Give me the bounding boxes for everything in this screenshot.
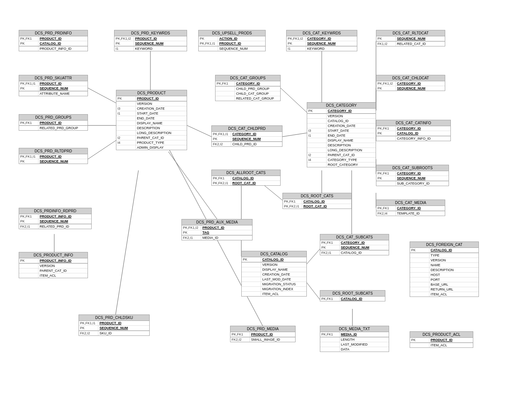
table-dcs_cat_groups: DCS_CAT_GROUPSPK,FK1CATEGORY_IDCHILD_PRD… xyxy=(215,75,281,101)
row-key xyxy=(320,342,340,347)
row-field: PRODUCT_ID xyxy=(39,81,88,86)
row-field: PRODUCT_ID xyxy=(429,338,473,342)
row-key: PK xyxy=(19,219,39,224)
row-field: CATALOG_ID xyxy=(231,176,280,180)
row-field: CATEGORY_ID xyxy=(396,81,445,86)
row-key: PK xyxy=(79,326,98,330)
table-row: PKSEQUENCE_NUM xyxy=(79,326,149,331)
table-row: DATA xyxy=(320,347,389,352)
table-row: RELATED_PRD_GROUP xyxy=(19,125,88,130)
row-field: CREATION_DATE xyxy=(136,106,187,111)
table-dcs_cat_subcats: DCS_CAT_SUBCATSPK,FK1CATEGORY_IDPKSEQUEN… xyxy=(320,234,389,255)
table-title-dcs_prd_media: DCS_PRD_MEDIA xyxy=(230,326,295,332)
table-row: PK,FK1CATALOG_ID xyxy=(320,297,385,301)
table-row: PK,FK1,I2CATEGORY_ID xyxy=(376,81,445,86)
row-field: CATALOG_ID xyxy=(327,119,376,123)
table-row: FK2,I2SKU_ID xyxy=(79,331,149,335)
row-field: DISPLAY_NAME xyxy=(327,138,376,143)
table-dcs_product_acl: DCS_PRODUCT_ACLPKPRODUCT_IDITEM_ACL xyxy=(410,331,473,348)
table-dcs_cat_subroots: DCS_CAT_SUBROOTSPK,FK1CATEGORY_IDPKSEQUE… xyxy=(376,165,449,186)
row-field: SEQUENCE_NUM xyxy=(231,137,282,141)
row-key xyxy=(376,181,396,186)
table-title-dcs_cat_groups: DCS_CAT_GROUPS xyxy=(215,75,280,81)
table-dcs_media_txt: DCS_MEDIA_TXTPK,FK1MEDIA_IDLENGTHLAST_MO… xyxy=(320,326,389,352)
row-field: SEQUENCE_NUM xyxy=(396,176,449,180)
row-key xyxy=(242,267,261,272)
row-key: PK xyxy=(116,96,136,101)
table-row: CATEGORY_INFO_ID xyxy=(376,136,450,141)
row-key: PK xyxy=(199,36,218,41)
row-key: I2 xyxy=(307,153,327,157)
table-row: CREATION_DATE xyxy=(307,124,376,128)
table-row: PKCATALOG_ID xyxy=(19,41,88,46)
row-field: START_DATE xyxy=(136,111,187,116)
table-title-dcs_cat_rltdcat: DCS_CAT_RLTDCAT xyxy=(376,30,445,36)
row-field: SMALL_IMAGE_ID xyxy=(250,337,295,342)
row-field: RELATED_CAT_GROUP xyxy=(235,96,280,101)
table-title-dcs_prd_keywrds: DCS_PRD_KEYWRDS xyxy=(114,30,187,36)
table-row: PKSEQUENCE_NUM xyxy=(212,137,282,142)
table-dcs_prd_prdinfo: DCS_PRD_PRDINFOPK,FK1PRODUCT_IDPKCATALOG… xyxy=(19,30,88,51)
row-key: FK2,I4 xyxy=(376,211,396,216)
table-row: I4PRODUCT_TYPE xyxy=(116,140,187,145)
table-row: VERSION xyxy=(116,101,187,106)
table-row: PK,FK1,I1PRODUCT_ID xyxy=(19,154,88,159)
table-row: DISPLAY_NAME xyxy=(242,267,306,272)
row-key: PK,FK1,I2 xyxy=(376,81,396,86)
table-dcs_product_info: DCS_PRODUCT_INFOPKPRODUCT_INFO_IDVERSION… xyxy=(19,252,88,278)
row-key xyxy=(307,138,327,143)
table-title-dcs_media_txt: DCS_MEDIA_TXT xyxy=(320,326,389,332)
table-dcs_prd_skuattr: DCS_PRD_SKUATTRPK,FK1,I1PRODUCT_IDPKSEQU… xyxy=(19,75,88,96)
table-row: VERSION xyxy=(410,258,479,263)
row-key: PK,FK1 xyxy=(19,121,39,125)
table-row: ROOT_CATEGORY xyxy=(307,162,376,167)
row-key xyxy=(307,162,327,167)
row-field: PRODUCT_ID xyxy=(39,36,88,41)
row-key xyxy=(307,119,327,123)
table-dcs_prd_keywrds: DCS_PRD_KEYWRDSPK,FK1,I2PRODUCT_IDPKSEQU… xyxy=(114,30,187,51)
row-key xyxy=(116,126,136,130)
table-row: PKSEQUENCE_NUM xyxy=(376,36,445,41)
row-field: ATTRIBUTE_NAME xyxy=(39,91,88,96)
table-dcs_cat_rltdcat: DCS_CAT_RLTDCATPKSEQUENCE_NUMFK1,I2RELAT… xyxy=(376,30,445,46)
table-row: I2PARENT_CAT_ID xyxy=(307,153,376,158)
table-row: I1KEYWORD xyxy=(287,46,357,51)
row-key: PK xyxy=(182,230,201,235)
row-field: CATALOG_ID xyxy=(39,41,88,46)
table-title-dcs_cat_subroots: DCS_CAT_SUBROOTS xyxy=(376,165,449,171)
row-key: FK2,I2 xyxy=(230,337,250,342)
row-field: PRODUCT_TYPE xyxy=(136,140,187,145)
row-key xyxy=(19,268,39,273)
row-field: ROOT_CAT_ID xyxy=(231,181,280,185)
row-field: SEQUENCE_NUM xyxy=(39,219,91,224)
table-row: CATALOG_ID xyxy=(307,119,376,124)
table-row: NAME xyxy=(410,263,479,268)
table-row: PK,FK1,I1CATEGORY_ID xyxy=(212,132,282,137)
table-row: CREATION_DATE xyxy=(242,272,306,277)
row-key xyxy=(19,91,39,96)
row-field: PRODUCT_ID xyxy=(98,321,149,325)
table-row: FK1,I2RELATED_CAT_ID xyxy=(376,41,445,46)
row-field: CREATION_DATE xyxy=(261,272,306,277)
table-row: PKCATALOG_ID xyxy=(410,248,479,253)
row-key: FK2,I2 xyxy=(79,331,98,335)
table-row: FK2,I1CATALOG_ID xyxy=(320,250,389,255)
row-field: ROOT_CAT_ID xyxy=(302,204,351,209)
row-field: CATEGORY_ID xyxy=(340,240,389,245)
svg-line-18 xyxy=(307,249,320,264)
table-row: PK,FK1,I2PRODUCT_ID xyxy=(182,225,252,230)
table-row: I1END_DATE xyxy=(307,133,376,138)
row-key xyxy=(116,116,136,121)
row-field: END_DATE xyxy=(327,133,376,138)
row-field: SEQUENCE_NUM xyxy=(396,86,445,91)
row-field: DESCRIPTION xyxy=(136,126,187,130)
table-title-dcs_product_info: DCS_PRODUCT_INFO xyxy=(19,252,88,258)
row-key: PK,FK1,I1 xyxy=(19,154,39,159)
table-row: LONG_DESCRIPTION xyxy=(307,148,376,153)
row-field: CATEGORY_ID xyxy=(396,206,445,210)
row-key: PK,FK1 xyxy=(320,297,340,301)
row-field: LENGTH xyxy=(340,337,389,342)
table-row: ITEM_ACL xyxy=(410,292,479,297)
table-title-dcs_prd_aux_media: DCS_PRD_AUX_MEDIA xyxy=(182,219,252,225)
table-title-dcs_root_subcats: DCS_ROOT_SUBCATS xyxy=(320,291,385,297)
